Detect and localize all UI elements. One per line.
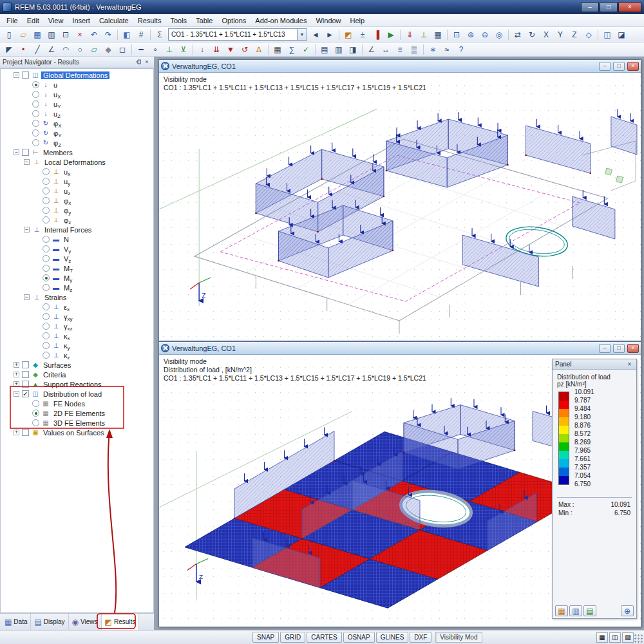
tree-label[interactable]: Global Deformations — [41, 71, 109, 79]
tree-label[interactable]: Surfaces — [41, 361, 73, 369]
show-results-button[interactable]: ◩ — [341, 28, 355, 41]
radio-button[interactable] — [43, 236, 50, 243]
radio-button[interactable] — [32, 120, 39, 127]
status-dxf[interactable]: DXF — [410, 632, 431, 643]
navigator-close-icon[interactable]: × — [142, 58, 151, 66]
insert-polyline-button[interactable]: ∠ — [44, 43, 59, 56]
tree-label[interactable]: γxy — [62, 313, 75, 321]
insert-member-button[interactable]: ━ — [134, 43, 148, 56]
radio-button[interactable] — [43, 187, 50, 194]
combo-dropdown-icon[interactable]: ▼ — [297, 29, 307, 40]
menu-edit[interactable]: Edit — [23, 15, 44, 26]
expander[interactable]: − — [24, 159, 30, 165]
generate-mesh-button[interactable]: ▦ — [270, 43, 285, 56]
status-render-button[interactable]: ▨ — [622, 632, 634, 643]
checkbox[interactable] — [22, 149, 29, 156]
checkbox[interactable] — [22, 371, 29, 378]
menu-help[interactable]: Help — [346, 15, 370, 26]
zoom-window-button[interactable]: ⊡ — [450, 28, 464, 41]
tab-data[interactable]: ▦Data — [1, 614, 31, 630]
insert-node-button[interactable]: • — [16, 43, 30, 56]
load-case-list-button[interactable]: Σ — [153, 28, 167, 41]
view-y-button[interactable]: Y — [553, 28, 567, 41]
radio-button[interactable] — [43, 216, 50, 223]
zoom-out-button[interactable]: ⊖ — [478, 28, 492, 41]
tree-label[interactable]: u — [52, 81, 59, 89]
status-display-button[interactable]: ◫ — [609, 632, 621, 643]
tree-label[interactable]: uZ — [52, 110, 62, 118]
redo-button[interactable]: ↷ — [101, 28, 115, 41]
tree-label[interactable]: N — [62, 236, 71, 243]
expander[interactable]: + — [14, 362, 19, 368]
radio-button[interactable] — [43, 168, 50, 175]
radio-button[interactable] — [43, 255, 50, 262]
radio-button[interactable] — [32, 91, 39, 98]
tree-label[interactable]: Internal Forces — [43, 226, 93, 234]
tree-label[interactable]: Values on Surfaces — [41, 429, 106, 437]
zoom-all-button[interactable]: ◎ — [492, 28, 506, 41]
member-hinge-button[interactable]: ∘ — [148, 43, 162, 56]
show-fe-mesh-button[interactable]: ▦ — [431, 28, 445, 41]
viewport-top-titlebar[interactable]: VerwaltungEG, CO1 – □ × — [159, 60, 641, 73]
help-button[interactable]: ? — [454, 43, 468, 56]
tree-label[interactable]: Vz — [62, 255, 73, 263]
radio-button[interactable] — [32, 129, 39, 137]
tree-label[interactable]: Vy — [62, 245, 73, 253]
result-panel-toggle-button[interactable]: ▐ — [370, 28, 384, 41]
pan-view-button[interactable]: ⇄ — [511, 28, 525, 41]
menu-window[interactable]: Window — [311, 15, 345, 26]
isometric-view-button[interactable]: ◇ — [582, 28, 596, 41]
moment-load-button[interactable]: ↺ — [238, 43, 252, 56]
insert-arc-button[interactable]: ◠ — [59, 43, 73, 56]
checkbox[interactable] — [22, 429, 29, 436]
tree-label[interactable]: Support Reactions — [41, 381, 104, 388]
viewport-bottom-close-button[interactable]: × — [627, 344, 639, 353]
status-grid[interactable]: GRID — [280, 632, 305, 643]
radio-button[interactable] — [43, 313, 50, 320]
radio-button[interactable] — [43, 178, 50, 185]
show-result-values-button[interactable]: ± — [355, 28, 370, 41]
tree-label[interactable]: FE Nodes — [52, 400, 87, 408]
radio-button[interactable] — [43, 197, 50, 204]
tree-label[interactable]: MT — [62, 265, 75, 272]
load-case-combo[interactable]: CO1 - 1.35*LC1 + 1.5*LC11 + 1.5*LC13 ▼ — [168, 28, 307, 41]
radio-button[interactable] — [43, 332, 50, 339]
radio-button[interactable] — [43, 265, 50, 272]
line-support-button[interactable]: ⊻ — [176, 43, 191, 56]
radio-button[interactable] — [32, 110, 39, 117]
tree-label[interactable]: uz — [62, 187, 72, 195]
radio-button[interactable] — [43, 352, 50, 359]
tree-label[interactable]: φZ — [52, 139, 63, 147]
menu-table[interactable]: Table — [191, 15, 217, 26]
expander[interactable]: + — [14, 381, 19, 387]
checkbox[interactable] — [22, 71, 29, 79]
visibility-mode-button[interactable]: ◫ — [600, 28, 614, 41]
checkbox[interactable] — [22, 381, 29, 388]
insert-line-button[interactable]: ╱ — [30, 43, 44, 56]
menu-results[interactable]: Results — [133, 15, 166, 26]
tab-views[interactable]: ◉Views — [69, 614, 102, 630]
previous-load-case-button[interactable]: ◄ — [308, 28, 323, 41]
nodal-load-button[interactable]: ↓ — [195, 43, 209, 56]
expander[interactable]: + — [14, 372, 19, 377]
radio-button[interactable] — [43, 303, 50, 310]
print-button[interactable]: ▥ — [44, 28, 59, 41]
status-cartes[interactable]: CARTES — [307, 632, 341, 643]
nodal-support-button[interactable]: ⊥ — [162, 43, 176, 56]
measure-button[interactable]: ∠ — [365, 43, 379, 56]
tab-results[interactable]: ◩Results — [102, 614, 140, 630]
background-grid-button[interactable]: ▒ — [407, 43, 421, 56]
menu-view[interactable]: View — [44, 15, 68, 26]
pin-icon[interactable] — [133, 58, 142, 66]
radio-button[interactable] — [32, 139, 39, 146]
radio-button[interactable] — [43, 323, 50, 330]
tree-label[interactable]: Mz — [62, 284, 74, 292]
animation-button[interactable]: ▶ — [384, 28, 398, 41]
viewport-bottom-minimize-button[interactable]: – — [599, 344, 611, 353]
check-model-button[interactable]: ✓ — [299, 43, 313, 56]
tree-label[interactable]: 3D FE Elements — [52, 419, 107, 427]
radio-button[interactable] — [43, 274, 50, 281]
resize-grip[interactable] — [634, 634, 643, 643]
next-load-case-button[interactable]: ► — [323, 28, 337, 41]
rotate-view-button[interactable]: ↻ — [525, 28, 539, 41]
